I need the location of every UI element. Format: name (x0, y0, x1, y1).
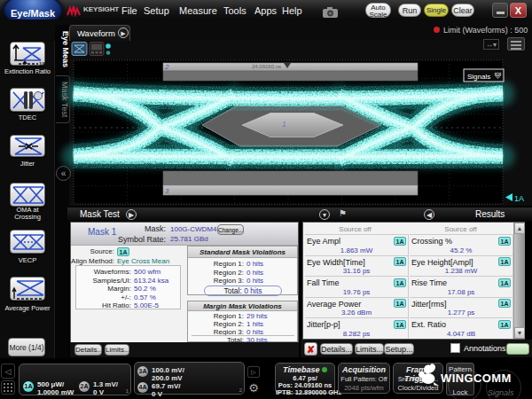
svg-text:Signals: Signals (467, 73, 490, 81)
svg-text:1/0: 1/0 (39, 61, 45, 66)
svg-text:1: 1 (282, 120, 286, 129)
svg-text:2: 2 (164, 63, 169, 71)
svg-text:3: 3 (165, 187, 169, 195)
svg-text:1A: 1A (514, 194, 524, 203)
svg-text:24.09160 ns: 24.09160 ns (252, 64, 281, 69)
